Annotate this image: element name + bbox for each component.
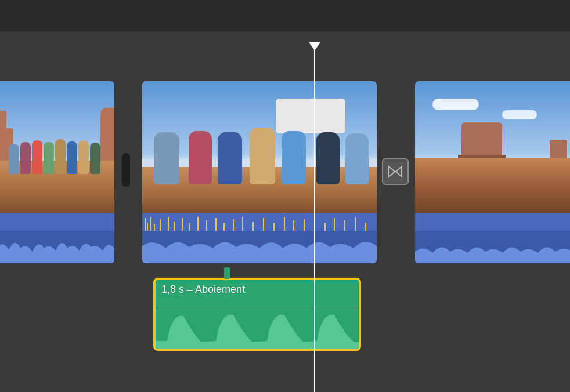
- audio-clip-label: 1,8 s – Aboiement: [161, 284, 245, 296]
- waveform-icon: [156, 308, 359, 349]
- waveform-icon: [142, 231, 377, 263]
- label-separator: –: [187, 284, 193, 295]
- clip-audio-track[interactable]: [415, 213, 570, 263]
- trim-handle[interactable]: [122, 153, 130, 187]
- clip-thumbnail: [415, 81, 570, 213]
- playhead-marker-icon: [309, 42, 320, 50]
- timeline[interactable]: 1,8 s – Aboiement: [0, 32, 570, 392]
- video-clip-1[interactable]: [0, 81, 114, 263]
- clip-thumbnail: [0, 81, 114, 213]
- transition-icon: [387, 164, 403, 180]
- waveform-icon: [415, 231, 570, 263]
- video-clip-2[interactable]: [142, 81, 377, 263]
- audio-name: Aboiement: [195, 284, 245, 295]
- playhead[interactable]: [314, 43, 315, 392]
- audio-duration: 1,8 s: [161, 284, 184, 295]
- toolbar-area: [0, 0, 570, 32]
- sound-effect-clip[interactable]: 1,8 s – Aboiement: [153, 278, 361, 351]
- clip-audio-track[interactable]: [0, 213, 114, 263]
- transition-button[interactable]: [382, 158, 409, 185]
- waveform-icon: [0, 231, 114, 263]
- video-clip-3[interactable]: [415, 81, 570, 263]
- clip-audio-track[interactable]: [142, 213, 377, 263]
- clip-thumbnail: [142, 81, 377, 213]
- audio-anchor-handle[interactable]: [224, 267, 230, 279]
